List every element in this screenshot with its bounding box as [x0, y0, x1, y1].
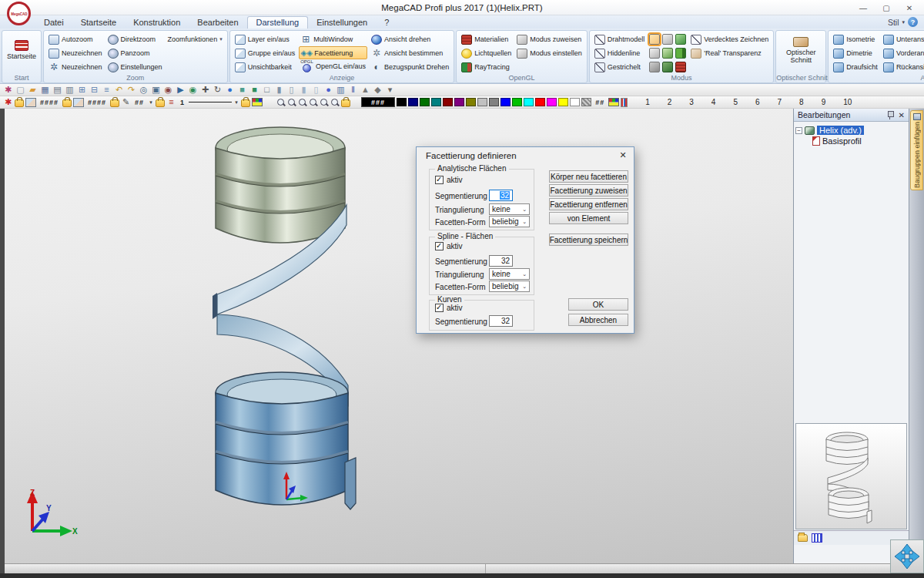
color-lock-icon[interactable] — [241, 99, 250, 107]
ansicht-bestimmen-button[interactable]: ✲Ansicht bestimmen — [370, 46, 450, 60]
help-icon[interactable]: ? — [908, 17, 918, 27]
move-icon[interactable]: ✚ — [200, 85, 210, 96]
pen-icon[interactable]: ✎ — [121, 97, 131, 108]
layer-image-icon[interactable] — [25, 98, 36, 107]
autozoom-button[interactable]: Autozoom — [47, 32, 104, 46]
raytracing-button[interactable]: RayTracing — [460, 60, 513, 74]
isometrie-button[interactable]: Isometrie — [832, 32, 879, 46]
color-swatch-6[interactable] — [454, 98, 464, 106]
gestrichelt-button[interactable]: Gestrichelt — [593, 60, 647, 74]
shade-cube-icon[interactable]: ■ — [249, 85, 259, 96]
maximize-button[interactable]: ▢ — [875, 0, 898, 15]
modus-cube-7-icon[interactable] — [649, 62, 660, 72]
color-swatch-9[interactable] — [489, 98, 499, 106]
lichtquellen-button[interactable]: Lichtquellen — [460, 46, 513, 60]
layer-ein-aus-button[interactable]: Layer ein/aus — [233, 32, 297, 46]
facettierung-button[interactable]: ◈◈Facettierung — [299, 46, 367, 59]
tab-datei[interactable]: Datei — [35, 17, 72, 29]
open-folder-icon[interactable]: ▰ — [28, 85, 38, 96]
spline-facetten-form-select[interactable]: beliebig⌄ — [489, 281, 530, 292]
real-transparenz-button[interactable]: 'Real' Transparenz — [689, 46, 770, 60]
pen-dropdown[interactable]: ▾ — [148, 99, 154, 106]
expand-collapse-icon[interactable]: − — [795, 127, 802, 134]
bezugspunkt-drehen-button[interactable]: ◐Bezugspunkt Drehen — [370, 60, 450, 74]
modus-cube-1-icon[interactable] — [649, 34, 660, 45]
visibility-icon[interactable]: ◉ — [188, 85, 198, 96]
layer-lock-icon[interactable] — [15, 99, 24, 107]
linetype-preview[interactable] — [189, 102, 232, 102]
spline-triangulierung-select[interactable]: keine⌄ — [489, 268, 530, 280]
analytic-facetten-form-select[interactable]: beliebig⌄ — [489, 216, 530, 227]
zoom-previous-icon[interactable] — [309, 98, 318, 107]
line-width-9[interactable]: 9 — [822, 98, 826, 106]
ansicht-drehen-button[interactable]: Ansicht drehen — [370, 32, 450, 46]
tab-konstruktion[interactable]: Konstruktion — [125, 17, 189, 29]
tab-hilfe[interactable]: ? — [376, 17, 397, 29]
pattern-icon[interactable] — [581, 98, 591, 106]
tree-node-basisprofil[interactable]: Basisprofil — [795, 136, 907, 146]
line-width-3[interactable]: 3 — [689, 98, 694, 106]
line-width-1[interactable]: 1 — [645, 98, 650, 106]
model-preview-thumbnail[interactable] — [795, 423, 907, 529]
doc-settings-icon[interactable]: ≡ — [102, 85, 112, 96]
parts-tab-icon[interactable] — [798, 534, 808, 542]
dialog-close-icon[interactable]: ✕ — [617, 150, 629, 161]
verdecktes-zeichnen-button[interactable]: Verdecktes Zeichnen — [689, 32, 770, 46]
modus-zuweisen-button[interactable]: Modus zuweisen — [515, 32, 584, 46]
line-width-4[interactable]: 4 — [711, 98, 716, 106]
pin-icon[interactable] — [886, 110, 894, 119]
von-element-button[interactable]: von Element — [549, 212, 628, 224]
facettierung-entfernen-button[interactable]: Facettierung entfernen — [549, 198, 628, 210]
analytic-triangulierung-select[interactable]: keine⌄ — [489, 203, 530, 215]
neuzeichnen-button[interactable]: Neuzeichnen — [47, 46, 104, 60]
opengl-ein-aus-button[interactable]: OPGL OpenGL ein/aus — [299, 59, 367, 73]
analytic-segmentierung-input[interactable]: 32 — [489, 190, 513, 201]
neuzeichnen-all-button[interactable]: ✲Neuzeichnen — [47, 60, 104, 74]
linetype-lock-icon[interactable] — [156, 99, 165, 107]
linetype-icon[interactable]: ≡ — [166, 97, 176, 108]
koerper-neu-facettieren-button[interactable]: Körper neu facettieren — [549, 170, 628, 183]
color-swatch-15[interactable] — [558, 98, 568, 106]
measure-icon[interactable]: ▲ — [360, 85, 370, 96]
ok-button[interactable]: OK — [568, 298, 628, 311]
line-width-7[interactable]: 7 — [778, 98, 782, 106]
active-color-display[interactable]: ### — [361, 97, 395, 107]
pages-icon[interactable]: ‖ — [348, 85, 358, 96]
overflow-icon[interactable]: ▾ — [385, 85, 395, 96]
style-caret-icon[interactable]: ▾ — [902, 19, 905, 25]
undo-icon[interactable]: ↶ — [114, 85, 124, 96]
color-swatch-3[interactable] — [420, 98, 430, 106]
tab-bearbeiten[interactable]: Bearbeiten — [189, 17, 246, 29]
palette-lock-icon[interactable] — [341, 99, 350, 107]
hiddenline-button[interactable]: Hiddenline — [593, 46, 647, 60]
modus-cube-3-icon[interactable] — [675, 34, 686, 45]
facettierung-speichern-button[interactable]: Facettierung speichern — [549, 234, 628, 246]
materialien-button[interactable]: Materialien — [460, 32, 513, 46]
modus-cube-2-icon[interactable] — [662, 34, 673, 45]
zoom-out-icon[interactable] — [276, 98, 286, 107]
zoom-einstellungen-button[interactable]: Einstellungen — [106, 60, 164, 74]
color-swatch-13[interactable] — [535, 98, 545, 106]
spline-aktiv-checkbox[interactable]: aktiv — [435, 242, 463, 250]
color-swatch-1[interactable] — [397, 98, 407, 106]
print-preview-icon[interactable]: ▥ — [65, 85, 75, 96]
wire-cube-icon[interactable]: □ — [262, 85, 272, 96]
panzoom-button[interactable]: Panzoom — [106, 46, 164, 60]
multiwindow-button[interactable]: ⊞MultiWindow — [299, 32, 367, 46]
save-icon[interactable]: ▦ — [40, 85, 50, 96]
tab-einstellungen[interactable]: Einstellungen — [308, 17, 376, 29]
modus-cube-6-icon[interactable] — [675, 48, 686, 59]
assemblies-tab-icon[interactable] — [812, 533, 822, 543]
color-swatch-12[interactable] — [524, 98, 534, 106]
select-arrow-icon[interactable]: ▶ — [176, 85, 186, 96]
linetype-dropdown[interactable]: ▾ — [233, 99, 239, 106]
sphere-icon[interactable]: ● — [323, 85, 333, 96]
zoom-window-icon[interactable] — [298, 98, 307, 107]
cylinder-2-icon[interactable]: ▯ — [286, 85, 296, 96]
color-swatch-5[interactable] — [443, 98, 453, 106]
style-selector[interactable]: Stil — [888, 18, 899, 27]
line-width-10[interactable]: 10 — [843, 98, 852, 106]
ucs-origin-icon[interactable]: ✱ — [3, 97, 13, 108]
modus-cube-9-icon[interactable] — [675, 62, 686, 72]
zoom-in-icon[interactable] — [287, 98, 296, 107]
